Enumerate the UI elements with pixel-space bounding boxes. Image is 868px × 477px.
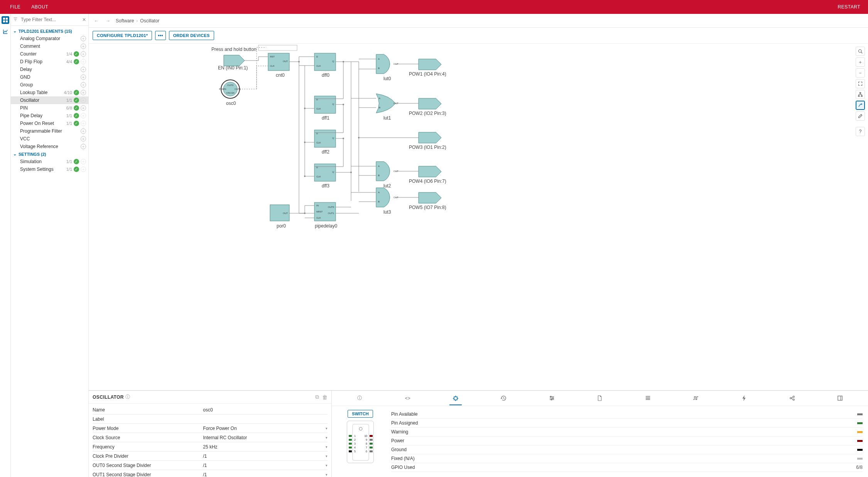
menu-file[interactable]: FILE <box>5 0 26 14</box>
prop-freq-select[interactable]: 25 kHz▾ <box>203 444 328 450</box>
order-devices-button[interactable]: ORDER DEVICES <box>169 31 214 40</box>
tab-info-icon[interactable]: ⓘ <box>355 391 364 405</box>
tree-item-dff[interactable]: D Flip Flop4/4 <box>11 58 88 66</box>
menu-about[interactable]: ABOUT <box>26 0 54 14</box>
prop-pmode-select[interactable]: Force Power On▾ <box>203 426 328 431</box>
tree-item-programmable-filter[interactable]: Programmable Filter <box>11 127 88 135</box>
block-pow4[interactable] <box>419 166 441 177</box>
legend-power: Power <box>391 438 854 443</box>
switch-button[interactable]: SWITCH <box>348 410 373 418</box>
block-lut3[interactable]: ABOUT <box>376 188 399 207</box>
add-icon[interactable] <box>81 136 86 142</box>
svg-text:OUT0: OUT0 <box>328 206 334 208</box>
zoom-tool-icon[interactable] <box>856 47 865 56</box>
clear-filter-icon[interactable]: ✕ <box>82 17 86 22</box>
edit-pencil-icon[interactable] <box>856 111 865 121</box>
configure-button[interactable]: CONFIGURE TPLD1201* <box>93 31 152 40</box>
prop-o1d-select[interactable]: /1▾ <box>203 472 328 477</box>
tree-item-counter[interactable]: Counter1/4 <box>11 50 88 58</box>
fit-screen-icon[interactable] <box>856 79 865 88</box>
filter-input[interactable] <box>19 15 81 24</box>
info-icon[interactable]: ⓘ <box>125 394 130 400</box>
prop-csrc-select[interactable]: Internal RC Oscillator▾ <box>203 435 328 440</box>
tree-item-simulation[interactable]: Simulation1/1 <box>11 158 88 165</box>
nav-back-icon[interactable]: ← <box>93 18 100 24</box>
hierarchy-icon[interactable] <box>856 90 865 99</box>
svg-text:Q: Q <box>332 171 334 173</box>
tree-item-group[interactable]: Group <box>11 81 88 89</box>
graph-view-icon[interactable] <box>2 28 9 35</box>
check-icon <box>74 98 79 103</box>
block-lut0[interactable]: ABOUT <box>376 54 399 74</box>
delete-icon[interactable]: 🗑 <box>322 394 328 400</box>
block-pow1[interactable] <box>419 59 441 70</box>
help-icon[interactable]: ? <box>856 127 865 136</box>
tab-stack-icon[interactable] <box>643 391 652 405</box>
block-pow5[interactable] <box>419 192 441 203</box>
swatch-assigned <box>857 422 863 424</box>
tree-item-analog-comparator[interactable]: Analog Comparator <box>11 35 88 42</box>
prop-name-input[interactable] <box>203 406 328 413</box>
tree-item-pipe-delay[interactable]: Pipe Delay1/1 <box>11 112 88 120</box>
prop-freq-label: Frequency <box>93 444 203 450</box>
prop-cpd-select[interactable]: /1▾ <box>203 453 328 459</box>
copy-icon[interactable]: ⧉ <box>315 394 319 400</box>
block-en[interactable] <box>224 55 245 66</box>
add-icon[interactable] <box>81 44 86 49</box>
tree-item-voltage-reference[interactable]: Voltage Reference <box>11 143 88 150</box>
tree-item-system-settings[interactable]: System Settings1/1 <box>11 165 88 173</box>
tree-item-delay[interactable]: Delay <box>11 66 88 73</box>
block-pipedelay0[interactable]: INOUT0NRSTOUT1CLK <box>314 202 336 221</box>
add-icon[interactable] <box>81 36 86 41</box>
legend-ground: Ground <box>391 447 854 452</box>
group-settings-header[interactable]: ⌄ SETTINGS (2) <box>11 150 88 158</box>
add-icon[interactable] <box>81 82 86 88</box>
block-dff0[interactable]: DQCLK <box>314 53 336 71</box>
zoom-out-icon[interactable]: － <box>856 68 865 78</box>
svg-text:7: 7 <box>366 446 367 449</box>
design-canvas[interactable]: ＋ － ? Press and hold button EN (IN0 Pin:… <box>89 44 868 390</box>
crumb-oscillator[interactable]: Oscillator <box>140 18 159 24</box>
more-actions-button[interactable]: ••• <box>155 31 166 40</box>
tab-history-icon[interactable] <box>499 391 508 405</box>
blocks-view-icon[interactable] <box>2 16 9 24</box>
tree-item-lookup-table[interactable]: Lookup Table4/10 <box>11 89 88 96</box>
prop-label-input[interactable] <box>203 416 328 423</box>
add-icon[interactable] <box>81 67 86 72</box>
restart-button[interactable]: RESTART <box>835 4 863 10</box>
block-lut2[interactable]: ABOUT <box>376 162 399 181</box>
svg-text:A: A <box>378 165 380 167</box>
tree-item-gnd[interactable]: GND <box>11 73 88 81</box>
add-icon[interactable] <box>81 144 86 149</box>
add-icon[interactable] <box>81 51 86 57</box>
tree-item-pin[interactable]: PIN6/8 <box>11 104 88 112</box>
tab-layout-icon[interactable] <box>836 391 845 405</box>
add-icon[interactable] <box>81 74 86 80</box>
add-icon[interactable] <box>81 90 86 95</box>
svg-text:9: 9 <box>366 438 367 441</box>
tab-chip-icon[interactable] <box>451 391 460 405</box>
tab-share-icon[interactable] <box>787 391 797 405</box>
block-pow3[interactable] <box>419 132 441 143</box>
tree-item-power-on-reset[interactable]: Power On Reset1/1 <box>11 120 88 127</box>
nav-forward-icon[interactable]: → <box>104 18 112 24</box>
zoom-in-icon[interactable]: ＋ <box>856 57 865 67</box>
group-elements-header[interactable]: ⌄ TPLD1201 ELEMENTS (15) <box>11 27 88 35</box>
tab-code-icon[interactable]: <> <box>403 391 412 405</box>
tab-sliders-icon[interactable] <box>547 391 556 405</box>
tab-file-icon[interactable] <box>595 391 605 405</box>
add-icon[interactable] <box>81 128 86 134</box>
block-pow2[interactable] <box>419 98 441 109</box>
svg-rect-88 <box>370 447 373 448</box>
tab-flash-icon[interactable] <box>740 391 749 405</box>
tree-item-vcc[interactable]: VCC <box>11 135 88 143</box>
crumb-software[interactable]: Software <box>116 18 134 24</box>
tree-item-comment[interactable]: Comment <box>11 42 88 50</box>
prop-o1d-label: OUT1 Second Stage Divider <box>93 472 203 477</box>
add-icon[interactable] <box>81 105 86 111</box>
tab-pulse-icon[interactable] <box>691 391 701 405</box>
prop-o0d-select[interactable]: /1▾ <box>203 463 328 468</box>
route-icon[interactable] <box>856 101 865 110</box>
tree-item-oscillator[interactable]: Oscillator1/1 <box>11 96 88 104</box>
block-lut1[interactable]: ABOUT <box>376 94 399 113</box>
